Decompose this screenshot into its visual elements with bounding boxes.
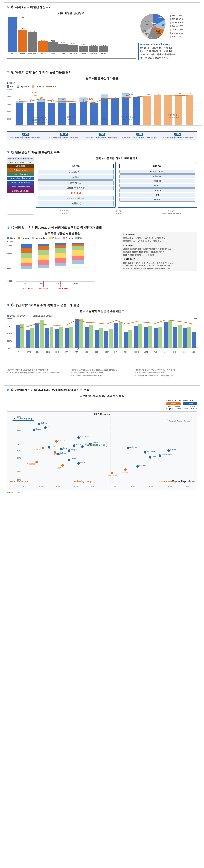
svg-text:-5%: -5%	[149, 36, 152, 38]
svg-text:10.0%: 10.0%	[91, 486, 96, 487]
svg-text:18.0%: 18.0%	[167, 486, 172, 487]
svg-text:2006: 2006	[58, 128, 62, 128]
svg-text:대기단지 규모조정: 대기단지 규모조정	[32, 117, 46, 118]
svg-rect-164	[95, 330, 99, 348]
svg-text:PP: PP	[114, 351, 117, 353]
svg-rect-121	[55, 248, 66, 253]
s5-note-right: • 플라스틱의 중국 수출도 100 이상 / 50%를 유지 →PVC 수출의…	[135, 368, 197, 377]
svg-text:101: 101	[19, 99, 22, 100]
svg-text:10%: 10%	[142, 30, 146, 32]
svg-text:2.0%: 2.0%	[22, 486, 26, 487]
svg-text:SM: SM	[183, 351, 186, 353]
svg-text:Evonik: Evonik	[92, 441, 98, 444]
chain-specialty: Specialty Chemical	[7, 177, 34, 181]
svg-point-266	[159, 454, 161, 457]
svg-rect-37	[111, 98, 119, 125]
arrow-labels: →석유화학→스페셜티 →사업사업→스페셜티 →스페셜티→Health Care/…	[36, 209, 197, 215]
svg-text:2008: 2008	[79, 128, 83, 128]
svg-point-50	[51, 100, 52, 102]
section-6-title: ⑥ ⑥ 저변의 재무가 비율과 R&D 투자 활동이 상대적으로 부족	[7, 388, 197, 392]
svg-text:99: 99	[179, 93, 181, 95]
svg-rect-176	[154, 329, 158, 348]
svg-text:미국산 POE: 미국산 POE	[168, 114, 177, 116]
svg-text:6.0%: 6.0%	[57, 486, 60, 487]
svg-rect-30	[79, 102, 87, 125]
svg-text:105: 105	[40, 96, 43, 98]
svg-text:3.0%: 3.0%	[17, 443, 21, 445]
section-1-title: ① ① 세계 4위의 에틸렌 생산국가	[7, 5, 197, 9]
svg-text:Mitsui: Mitsui	[71, 458, 76, 460]
svg-point-230	[44, 427, 46, 429]
svg-text:Braskem: Braskem	[139, 464, 147, 466]
svg-text:Arkema: Arkema	[84, 444, 91, 447]
s2-svg: PEAK 105% 101% DOWN 94%	[15, 89, 202, 128]
svg-rect-175	[148, 326, 152, 348]
chain-basic: Basic Chemical	[7, 172, 34, 177]
svg-point-258	[61, 464, 64, 467]
svg-rect-105	[21, 263, 32, 267]
svg-text:DSM: DSM	[47, 426, 51, 428]
global-companies: Dow Chemical Shin-Etsu Full Film Evonik …	[120, 169, 195, 202]
svg-point-264	[144, 451, 146, 454]
svg-rect-128	[72, 246, 83, 250]
svg-rect-179	[168, 321, 172, 348]
svg-text:FIA: FIA	[124, 351, 127, 353]
svg-rect-18	[16, 103, 24, 125]
svg-rect-119	[55, 258, 66, 263]
value-chain: Chemicals Value Chain Chemicals Value Ch…	[7, 157, 34, 215]
svg-point-57	[125, 97, 126, 98]
svg-text:금호석유: 금호석유	[57, 467, 63, 469]
source-label: Source : CXMI	[7, 491, 197, 494]
svg-rect-171	[128, 330, 132, 348]
svg-rect-156	[55, 329, 59, 348]
svg-text:LDPE: LDPE	[144, 351, 148, 353]
svg-point-268	[136, 465, 139, 468]
svg-rect-180	[173, 327, 177, 348]
bar-saudi: 15,790 Saudi arabia	[28, 30, 37, 54]
svg-rect-163	[89, 325, 93, 348]
svg-text:101: 101	[51, 99, 54, 100]
svg-text:2011: 2011	[111, 128, 115, 128]
s5-svg: ✓ PP GPPS BR SBR HPS IPP PTA ABS EDC GSS…	[15, 318, 198, 362]
svg-point-234	[77, 436, 80, 439]
svg-text:한화케미칼: 한화케미칼	[27, 463, 35, 465]
portfolio-comparison: 한국 v.s. 글로벌 화학기 포트폴리오 Korea ①드솔레이션 LG화학 …	[36, 157, 197, 215]
svg-text:GSSR: GSSR	[104, 351, 109, 353]
svg-text:2017E: 2017E	[175, 128, 180, 128]
svg-point-51	[61, 100, 63, 102]
timeline-2014: 2014 여러 단지 확충-에틸렌 15만톤 증설	[159, 132, 197, 140]
svg-rect-126	[72, 256, 83, 260]
bar-germany: 5,683 Germany	[68, 43, 78, 54]
svg-text:2.5%: 2.5%	[17, 450, 21, 452]
svg-text:ABS: ABS	[85, 351, 88, 353]
svg-text:다운스트림 증설로: 다운스트림 증설로	[121, 116, 135, 118]
svg-text:Bayer: Bayer	[36, 428, 41, 430]
svg-rect-104	[21, 267, 32, 269]
svg-text:4.0%: 4.0%	[39, 486, 43, 487]
svg-text:94%: 94%	[91, 100, 94, 102]
svg-rect-178	[164, 322, 168, 348]
svg-text:HPS: HPS	[55, 351, 59, 353]
bar-canada: 5,048 Canada	[78, 43, 88, 54]
svg-text:2005: 2005	[48, 128, 52, 128]
svg-point-270	[124, 468, 127, 471]
section-4: ④ ④ 성장 및 수익의 Fluctuation이 심함에도 불구하고 중복투자…	[4, 223, 200, 295]
svg-point-232	[55, 440, 58, 442]
svg-text:HDPE: HDPE	[134, 351, 139, 353]
svg-text:97%: 97%	[129, 94, 133, 96]
svg-point-252	[81, 445, 83, 448]
svg-rect-27	[58, 102, 66, 125]
s1-bar-chart: 세계 에틸렌 생산능력 2013year 1,000M/T 27,895 USA	[7, 11, 136, 60]
svg-text:100: 100	[62, 99, 64, 100]
svg-text:105%: 105%	[33, 94, 37, 96]
svg-text:PTA: PTA	[75, 351, 78, 353]
svg-point-272	[167, 450, 170, 452]
svg-rect-184	[192, 332, 196, 348]
svg-text:2007: 2007	[69, 128, 73, 128]
s4-note-box: • 2000-2005 합성수지 ABS 6만톤/PF 35만톤 등 160만톤…	[121, 232, 197, 272]
svg-point-254	[35, 461, 38, 463]
svg-text:CAGR: 8.6%: CAGR: 8.6%	[38, 288, 48, 290]
s2-legend: Fact Expansion Capacity OPR	[7, 85, 197, 88]
svg-point-53	[82, 100, 84, 101]
bar-thailand: 4,478 Thailand	[89, 44, 98, 54]
